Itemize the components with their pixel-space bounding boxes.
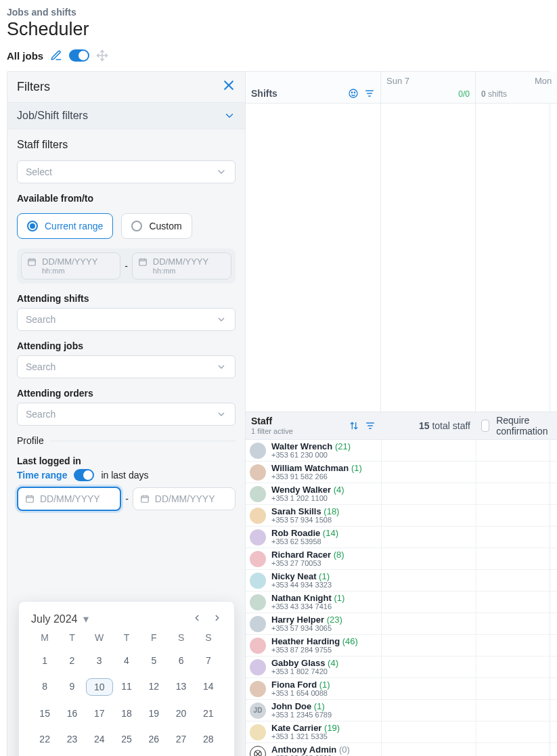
calendar-day[interactable]: 27 (167, 731, 194, 747)
calendar-day[interactable]: 3 (86, 652, 113, 669)
require-confirmation-checkbox[interactable] (481, 420, 489, 432)
face-icon[interactable] (348, 88, 359, 99)
move-icon[interactable] (96, 49, 108, 62)
calendar-prev-button[interactable] (192, 613, 202, 625)
calendar-dow: F (140, 632, 167, 643)
staff-row[interactable]: Richard Racer (8)+353 27 70053 (246, 548, 557, 570)
all-jobs-toggle[interactable] (69, 49, 89, 62)
job-shift-filters-toggle[interactable]: Job/Shift filters (7, 103, 245, 129)
staff-row[interactable]: Harry Helper (23)+353 57 934 3065 (246, 613, 557, 635)
staff-name: Kate Carrier (19) (271, 724, 340, 733)
available-from-to-label: Available from/to (17, 193, 236, 204)
calendar-day[interactable]: 25 (113, 731, 140, 747)
calendar-next-button[interactable] (213, 613, 222, 625)
staff-phone: +353 61 230 000 (271, 451, 351, 460)
calendar-day[interactable]: 19 (140, 705, 167, 721)
staff-row[interactable]: Wendy Walker (4)+353 1 202 1100 (246, 483, 557, 505)
svg-point-21 (351, 92, 352, 93)
calendar-day[interactable]: 22 (31, 731, 58, 747)
avatar (250, 508, 266, 524)
day-header-sun: Sun 7 (386, 76, 470, 86)
staff-filter-select[interactable]: Select (17, 160, 236, 183)
staff-phone: +353 43 334 7416 (271, 603, 344, 611)
staff-row[interactable]: JDJohn Doe (1)+353 1 2345 6789 (246, 700, 557, 721)
staff-row[interactable]: Heather Harding (46)+353 87 284 9755 (246, 635, 557, 657)
filter-active-label: 1 filter active (251, 427, 293, 435)
calendar-icon (138, 257, 148, 267)
calendar-day[interactable]: 2 (58, 652, 85, 669)
staff-row[interactable]: Kate Carrier (19)+353 1 321 5335 (246, 721, 557, 743)
calendar-day[interactable]: 28 (195, 731, 222, 747)
calendar-day[interactable]: 8 (31, 678, 58, 696)
calendar-day[interactable]: 24 (86, 731, 113, 747)
calendar-month-dropdown-icon[interactable]: ▾ (83, 613, 89, 625)
calendar-day[interactable]: 4 (113, 652, 140, 669)
calendar-day[interactable]: 13 (167, 678, 194, 696)
attending-jobs-select[interactable]: Search (17, 355, 236, 378)
radio-icon (27, 221, 38, 231)
require-confirmation-label: Require confirmation (496, 415, 552, 437)
avatar (250, 659, 266, 675)
staff-row[interactable]: Gabby Glass (4)+353 1 802 7420 (246, 657, 557, 678)
avatar (250, 638, 266, 654)
all-jobs-label: All jobs (7, 50, 43, 62)
time-range-label: Time range (17, 470, 67, 481)
calendar-day[interactable]: 10 (86, 678, 113, 696)
attending-shifts-select[interactable]: Search (17, 308, 236, 331)
calendar-dow: S (167, 632, 194, 643)
calendar-day[interactable]: 5 (140, 652, 167, 669)
calendar-day[interactable]: 16 (58, 705, 85, 721)
calendar-dow: S (195, 632, 222, 643)
pencil-icon[interactable] (50, 49, 62, 62)
staff-row[interactable]: Anthony Admin (0)+353 90 968 8800 (246, 743, 557, 756)
avatar (250, 529, 266, 546)
attending-orders-select[interactable]: Search (17, 403, 236, 426)
calendar-day[interactable]: 14 (195, 678, 222, 696)
filter-icon[interactable] (365, 420, 376, 431)
calendar-day[interactable]: 6 (167, 652, 194, 669)
shifts-header-label: Shifts (251, 88, 277, 99)
calendar-day[interactable]: 11 (113, 678, 140, 696)
calendar-day[interactable]: 26 (140, 731, 167, 747)
last-logged-from-input[interactable]: DD/MM/YYYY (17, 487, 121, 511)
total-staff-count: 15 (419, 420, 430, 431)
svg-rect-8 (139, 259, 147, 265)
avatar (250, 573, 266, 589)
sort-icon[interactable] (349, 420, 359, 431)
calendar-day[interactable]: 20 (167, 705, 194, 721)
staff-name: Gabby Glass (4) (271, 659, 338, 668)
calendar-day[interactable]: 21 (195, 705, 222, 721)
radio-current-range[interactable]: Current range (17, 213, 113, 239)
time-range-toggle[interactable] (74, 469, 94, 481)
calendar-day[interactable]: 18 (113, 705, 140, 721)
available-to-input[interactable]: DD/MM/YYYYhh:mm (132, 252, 231, 280)
staff-header-title: Staff (251, 416, 293, 426)
chevron-down-icon (216, 409, 227, 420)
calendar-day[interactable]: 1 (31, 652, 58, 669)
staff-phone: +353 27 70053 (271, 560, 344, 568)
avatar (250, 551, 266, 567)
radio-custom[interactable]: Custom (121, 213, 192, 239)
chevron-down-icon (223, 110, 236, 122)
calendar-day[interactable]: 12 (140, 678, 167, 696)
last-logged-to-input[interactable]: DD/MM/YYYY (133, 487, 236, 510)
staff-row[interactable]: Nathan Knight (1)+353 43 334 7416 (246, 592, 557, 613)
calendar-day[interactable]: 17 (86, 705, 113, 721)
staff-row[interactable]: Walter Wrench (21)+353 61 230 000 (246, 440, 557, 462)
staff-row[interactable]: Nicky Neat (1)+353 44 934 3323 (246, 570, 557, 592)
staff-phone: +353 57 934 1508 (271, 516, 339, 525)
close-filters-button[interactable] (222, 79, 236, 95)
staff-row[interactable]: Fiona Ford (1)+353 1 654 0088 (246, 678, 557, 700)
staff-row[interactable]: Sarah Skills (18)+353 57 934 1508 (246, 505, 557, 527)
staff-row[interactable]: William Watchman (1)+353 91 582 266 (246, 462, 557, 483)
calendar-day[interactable]: 9 (58, 678, 85, 696)
filter-icon[interactable] (364, 88, 375, 99)
available-from-input[interactable]: DD/MM/YYYYhh:mm (21, 252, 120, 280)
svg-rect-16 (141, 496, 149, 502)
calendar-day[interactable]: 23 (58, 731, 85, 747)
staff-row[interactable]: Rob Roadie (14)+353 62 53958 (246, 527, 557, 548)
calendar-month-label[interactable]: July 2024 (31, 613, 78, 625)
calendar-day[interactable]: 7 (195, 652, 222, 669)
chevron-down-icon (216, 361, 227, 372)
calendar-day[interactable]: 15 (31, 705, 58, 721)
